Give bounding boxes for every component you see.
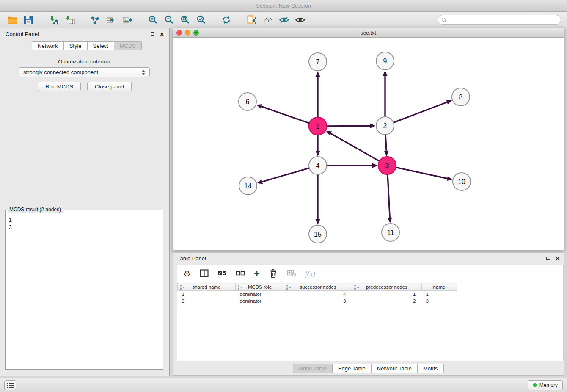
table-cell[interactable]: 3 [178, 298, 236, 304]
table-cell[interactable]: dominator [236, 298, 284, 304]
column-header-predecessor-nodes[interactable]: predecessor nodes [352, 283, 422, 291]
first-neighbors-button[interactable] [244, 14, 260, 26]
close-window-icon[interactable]: × [176, 30, 182, 36]
graph-edge-3-11[interactable] [388, 174, 392, 223]
optimization-dropdown[interactable]: strongly connected component [19, 67, 150, 77]
tab-node-table[interactable]: Node Table [293, 364, 333, 373]
select-all-button[interactable] [217, 270, 227, 278]
zoom-selected-icon [196, 15, 206, 25]
table-cell[interactable]: 1 [422, 291, 457, 298]
table-settings-button[interactable]: ⚙ [183, 270, 191, 279]
tab-style[interactable]: Style [64, 41, 88, 50]
zoom-selected-button[interactable] [193, 14, 209, 26]
style-visibility-button[interactable] [276, 14, 292, 26]
column-header-name[interactable]: name [422, 283, 457, 291]
control-panel: Control Panel × NetworkStyleSelectMCDS O… [0, 28, 170, 376]
show-hide-graphics-button[interactable] [292, 14, 308, 26]
run-mcds-button[interactable]: Run MCDS [38, 82, 81, 91]
column-header-successor-nodes[interactable]: successor nodes [284, 283, 352, 291]
graph-node-3[interactable]: 3 [378, 157, 396, 174]
column-browser-button[interactable] [200, 269, 209, 279]
task-history-button[interactable] [4, 380, 16, 390]
open-file-button[interactable] [4, 14, 20, 26]
graph-edge-2-3[interactable] [384, 135, 389, 156]
graph-node-9[interactable]: 9 [376, 52, 394, 70]
graph-node-8[interactable]: 8 [452, 88, 470, 106]
zoom-in-button[interactable] [145, 14, 161, 26]
minimize-window-icon[interactable]: − [185, 30, 190, 36]
refresh-view-button[interactable] [218, 14, 234, 26]
table-cell[interactable]: 3 [422, 298, 457, 304]
close-table-panel-icon[interactable]: × [556, 255, 559, 262]
first-neighbors-icon [247, 15, 257, 25]
deselect-all-button[interactable] [236, 270, 245, 278]
graph-node-6[interactable]: 6 [239, 93, 256, 110]
function-builder-button[interactable]: f(x) [305, 270, 315, 278]
new-network-button[interactable] [87, 14, 103, 26]
close-panel-icon[interactable]: × [160, 31, 164, 37]
export-image-button[interactable] [119, 14, 135, 26]
graph-edge-1-7[interactable] [316, 71, 320, 117]
tab-network-table[interactable]: Network Table [372, 364, 418, 373]
graph-edge-4-15[interactable] [316, 174, 320, 225]
zoom-out-button[interactable] [161, 14, 177, 26]
delete-table-button[interactable] [287, 269, 296, 279]
home-layout-button[interactable]: ⌂⌂ [260, 14, 276, 26]
graph-edge-2-9[interactable] [383, 70, 388, 117]
graph-edge-1-6[interactable] [256, 104, 309, 123]
mcds-result-item[interactable]: 1 [9, 217, 160, 224]
graph-node-11[interactable]: 11 [382, 224, 399, 241]
graph-edge-3-10[interactable] [396, 167, 453, 181]
table-cell[interactable]: 3 [284, 298, 352, 304]
table-cell[interactable]: 1 [352, 291, 422, 298]
network-titlebar[interactable]: × − + scc.txt [173, 28, 564, 38]
graph-node-2[interactable]: 2 [376, 117, 394, 135]
tab-mcds[interactable]: MCDS [114, 41, 142, 50]
control-panel-header: Control Panel × [0, 28, 169, 39]
graph-node-7[interactable]: 7 [309, 53, 327, 71]
delete-column-button[interactable] [269, 269, 278, 279]
trash-icon [269, 269, 278, 278]
memory-button[interactable]: Memory [528, 380, 563, 390]
export-table-button[interactable] [103, 14, 119, 26]
graph-edge-1-2[interactable] [327, 124, 376, 128]
tab-motifs[interactable]: Motifs [418, 364, 444, 373]
table-row[interactable]: 1dominator411 [178, 291, 457, 298]
zoom-out-icon [164, 15, 174, 25]
table-cell[interactable]: 4 [284, 291, 352, 298]
search-input[interactable] [449, 17, 557, 23]
tab-edge-table[interactable]: Edge Table [333, 364, 372, 373]
close-panel-button[interactable]: Close panel [87, 82, 132, 91]
table-cell[interactable]: 2 [352, 298, 422, 304]
table-row[interactable]: 3dominator323 [178, 298, 457, 304]
import-network-button[interactable] [46, 14, 62, 26]
table-cell[interactable]: 1 [178, 291, 236, 298]
column-header-mcds-role[interactable]: MCDS role [236, 283, 284, 291]
graph-node-1[interactable]: 1 [309, 117, 327, 135]
svg-text:9: 9 [383, 58, 387, 65]
graph-node-14[interactable]: 14 [239, 177, 257, 195]
float-table-panel-icon[interactable] [546, 257, 550, 260]
zoom-fit-button[interactable] [177, 14, 193, 26]
graph-node-10[interactable]: 10 [453, 173, 471, 190]
graph-node-4[interactable]: 4 [309, 157, 327, 174]
search-box[interactable] [438, 15, 561, 25]
graph-node-15[interactable]: 15 [309, 225, 327, 243]
mcds-result-item[interactable]: 3 [9, 224, 160, 231]
import-table-button[interactable] [62, 14, 78, 26]
create-column-button[interactable]: + [254, 269, 260, 279]
graph-edge-4-14[interactable] [257, 168, 309, 184]
float-panel-icon[interactable] [151, 32, 154, 36]
network-canvas[interactable]: 7968124314101511 [173, 38, 564, 250]
graph-edge-3-1[interactable] [326, 131, 380, 161]
tab-network[interactable]: Network [32, 41, 64, 50]
graph-edge-4-3[interactable] [327, 163, 378, 168]
graph-edge-1-4[interactable] [316, 135, 320, 156]
save-session-button[interactable] [20, 14, 36, 26]
status-bar: Memory [0, 378, 567, 392]
table-cell[interactable]: dominator [236, 291, 284, 298]
zoom-window-icon[interactable]: + [193, 30, 199, 36]
graph-edge-2-8[interactable] [394, 100, 452, 122]
tab-select[interactable]: Select [88, 41, 114, 50]
column-header-shared-name[interactable]: shared name [178, 283, 236, 291]
